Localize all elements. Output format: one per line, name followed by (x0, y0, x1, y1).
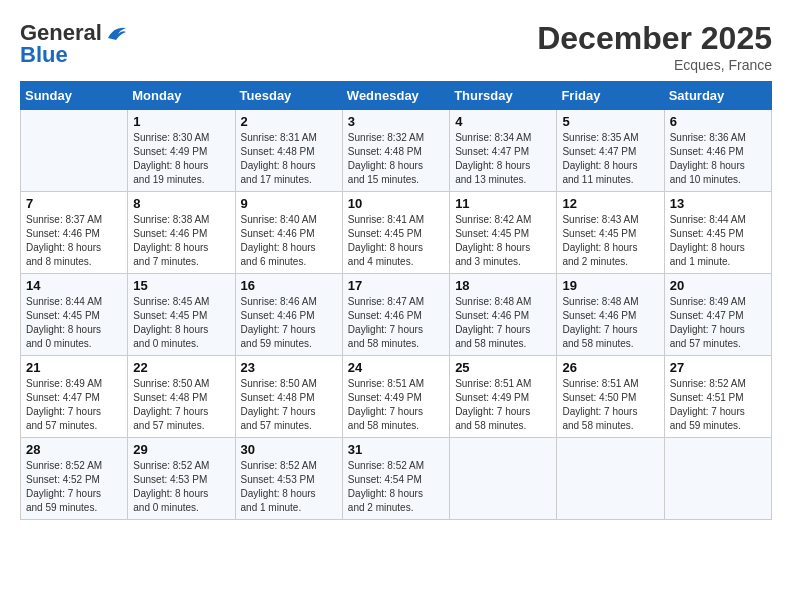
calendar-cell (664, 438, 771, 520)
calendar-cell: 28Sunrise: 8:52 AM Sunset: 4:52 PM Dayli… (21, 438, 128, 520)
calendar-cell: 1Sunrise: 8:30 AM Sunset: 4:49 PM Daylig… (128, 110, 235, 192)
week-row-1: 1Sunrise: 8:30 AM Sunset: 4:49 PM Daylig… (21, 110, 772, 192)
day-info: Sunrise: 8:51 AM Sunset: 4:50 PM Dayligh… (562, 377, 658, 433)
day-info: Sunrise: 8:49 AM Sunset: 4:47 PM Dayligh… (670, 295, 766, 351)
day-number: 3 (348, 114, 444, 129)
day-number: 5 (562, 114, 658, 129)
day-number: 28 (26, 442, 122, 457)
calendar-cell: 18Sunrise: 8:48 AM Sunset: 4:46 PM Dayli… (450, 274, 557, 356)
day-info: Sunrise: 8:52 AM Sunset: 4:54 PM Dayligh… (348, 459, 444, 515)
calendar-cell: 11Sunrise: 8:42 AM Sunset: 4:45 PM Dayli… (450, 192, 557, 274)
day-info: Sunrise: 8:37 AM Sunset: 4:46 PM Dayligh… (26, 213, 122, 269)
calendar-cell: 22Sunrise: 8:50 AM Sunset: 4:48 PM Dayli… (128, 356, 235, 438)
day-number: 13 (670, 196, 766, 211)
calendar-cell: 29Sunrise: 8:52 AM Sunset: 4:53 PM Dayli… (128, 438, 235, 520)
logo-text-blue: Blue (20, 42, 68, 68)
day-info: Sunrise: 8:50 AM Sunset: 4:48 PM Dayligh… (241, 377, 337, 433)
title-block: December 2025 Ecques, France (537, 20, 772, 73)
calendar-cell: 30Sunrise: 8:52 AM Sunset: 4:53 PM Dayli… (235, 438, 342, 520)
week-row-3: 14Sunrise: 8:44 AM Sunset: 4:45 PM Dayli… (21, 274, 772, 356)
calendar-cell (450, 438, 557, 520)
day-info: Sunrise: 8:48 AM Sunset: 4:46 PM Dayligh… (562, 295, 658, 351)
calendar-cell: 10Sunrise: 8:41 AM Sunset: 4:45 PM Dayli… (342, 192, 449, 274)
calendar-cell: 21Sunrise: 8:49 AM Sunset: 4:47 PM Dayli… (21, 356, 128, 438)
calendar-cell: 31Sunrise: 8:52 AM Sunset: 4:54 PM Dayli… (342, 438, 449, 520)
day-info: Sunrise: 8:45 AM Sunset: 4:45 PM Dayligh… (133, 295, 229, 351)
day-header-friday: Friday (557, 82, 664, 110)
week-row-4: 21Sunrise: 8:49 AM Sunset: 4:47 PM Dayli… (21, 356, 772, 438)
calendar-cell: 15Sunrise: 8:45 AM Sunset: 4:45 PM Dayli… (128, 274, 235, 356)
calendar-cell: 23Sunrise: 8:50 AM Sunset: 4:48 PM Dayli… (235, 356, 342, 438)
day-number: 4 (455, 114, 551, 129)
week-row-5: 28Sunrise: 8:52 AM Sunset: 4:52 PM Dayli… (21, 438, 772, 520)
calendar-cell: 13Sunrise: 8:44 AM Sunset: 4:45 PM Dayli… (664, 192, 771, 274)
day-number: 20 (670, 278, 766, 293)
day-info: Sunrise: 8:30 AM Sunset: 4:49 PM Dayligh… (133, 131, 229, 187)
day-number: 6 (670, 114, 766, 129)
day-info: Sunrise: 8:36 AM Sunset: 4:46 PM Dayligh… (670, 131, 766, 187)
days-header-row: SundayMondayTuesdayWednesdayThursdayFrid… (21, 82, 772, 110)
day-number: 19 (562, 278, 658, 293)
day-info: Sunrise: 8:52 AM Sunset: 4:51 PM Dayligh… (670, 377, 766, 433)
day-info: Sunrise: 8:32 AM Sunset: 4:48 PM Dayligh… (348, 131, 444, 187)
day-info: Sunrise: 8:35 AM Sunset: 4:47 PM Dayligh… (562, 131, 658, 187)
day-number: 15 (133, 278, 229, 293)
day-info: Sunrise: 8:48 AM Sunset: 4:46 PM Dayligh… (455, 295, 551, 351)
day-info: Sunrise: 8:44 AM Sunset: 4:45 PM Dayligh… (26, 295, 122, 351)
day-info: Sunrise: 8:49 AM Sunset: 4:47 PM Dayligh… (26, 377, 122, 433)
day-header-sunday: Sunday (21, 82, 128, 110)
day-info: Sunrise: 8:41 AM Sunset: 4:45 PM Dayligh… (348, 213, 444, 269)
day-number: 10 (348, 196, 444, 211)
day-info: Sunrise: 8:44 AM Sunset: 4:45 PM Dayligh… (670, 213, 766, 269)
day-info: Sunrise: 8:52 AM Sunset: 4:52 PM Dayligh… (26, 459, 122, 515)
day-info: Sunrise: 8:50 AM Sunset: 4:48 PM Dayligh… (133, 377, 229, 433)
calendar-cell: 12Sunrise: 8:43 AM Sunset: 4:45 PM Dayli… (557, 192, 664, 274)
calendar-cell: 8Sunrise: 8:38 AM Sunset: 4:46 PM Daylig… (128, 192, 235, 274)
day-number: 8 (133, 196, 229, 211)
day-number: 26 (562, 360, 658, 375)
day-number: 16 (241, 278, 337, 293)
day-number: 25 (455, 360, 551, 375)
day-number: 14 (26, 278, 122, 293)
day-info: Sunrise: 8:34 AM Sunset: 4:47 PM Dayligh… (455, 131, 551, 187)
day-info: Sunrise: 8:51 AM Sunset: 4:49 PM Dayligh… (455, 377, 551, 433)
day-info: Sunrise: 8:42 AM Sunset: 4:45 PM Dayligh… (455, 213, 551, 269)
day-number: 30 (241, 442, 337, 457)
day-number: 23 (241, 360, 337, 375)
day-header-saturday: Saturday (664, 82, 771, 110)
calendar-cell: 14Sunrise: 8:44 AM Sunset: 4:45 PM Dayli… (21, 274, 128, 356)
calendar-cell: 7Sunrise: 8:37 AM Sunset: 4:46 PM Daylig… (21, 192, 128, 274)
calendar-cell: 6Sunrise: 8:36 AM Sunset: 4:46 PM Daylig… (664, 110, 771, 192)
day-info: Sunrise: 8:47 AM Sunset: 4:46 PM Dayligh… (348, 295, 444, 351)
calendar-cell (21, 110, 128, 192)
page-header: General Blue December 2025 Ecques, Franc… (20, 20, 772, 73)
calendar-cell: 26Sunrise: 8:51 AM Sunset: 4:50 PM Dayli… (557, 356, 664, 438)
day-number: 24 (348, 360, 444, 375)
day-info: Sunrise: 8:43 AM Sunset: 4:45 PM Dayligh… (562, 213, 658, 269)
day-number: 12 (562, 196, 658, 211)
calendar-cell: 5Sunrise: 8:35 AM Sunset: 4:47 PM Daylig… (557, 110, 664, 192)
day-number: 17 (348, 278, 444, 293)
day-number: 18 (455, 278, 551, 293)
day-header-monday: Monday (128, 82, 235, 110)
day-number: 7 (26, 196, 122, 211)
day-info: Sunrise: 8:52 AM Sunset: 4:53 PM Dayligh… (241, 459, 337, 515)
calendar-cell: 20Sunrise: 8:49 AM Sunset: 4:47 PM Dayli… (664, 274, 771, 356)
calendar-cell: 25Sunrise: 8:51 AM Sunset: 4:49 PM Dayli… (450, 356, 557, 438)
calendar-cell: 17Sunrise: 8:47 AM Sunset: 4:46 PM Dayli… (342, 274, 449, 356)
day-number: 27 (670, 360, 766, 375)
day-number: 31 (348, 442, 444, 457)
day-info: Sunrise: 8:46 AM Sunset: 4:46 PM Dayligh… (241, 295, 337, 351)
calendar-table: SundayMondayTuesdayWednesdayThursdayFrid… (20, 81, 772, 520)
week-row-2: 7Sunrise: 8:37 AM Sunset: 4:46 PM Daylig… (21, 192, 772, 274)
logo-bird-icon (106, 24, 128, 42)
day-number: 1 (133, 114, 229, 129)
day-number: 29 (133, 442, 229, 457)
day-info: Sunrise: 8:38 AM Sunset: 4:46 PM Dayligh… (133, 213, 229, 269)
calendar-cell: 16Sunrise: 8:46 AM Sunset: 4:46 PM Dayli… (235, 274, 342, 356)
day-info: Sunrise: 8:31 AM Sunset: 4:48 PM Dayligh… (241, 131, 337, 187)
day-info: Sunrise: 8:40 AM Sunset: 4:46 PM Dayligh… (241, 213, 337, 269)
day-header-wednesday: Wednesday (342, 82, 449, 110)
calendar-cell: 3Sunrise: 8:32 AM Sunset: 4:48 PM Daylig… (342, 110, 449, 192)
calendar-cell: 4Sunrise: 8:34 AM Sunset: 4:47 PM Daylig… (450, 110, 557, 192)
